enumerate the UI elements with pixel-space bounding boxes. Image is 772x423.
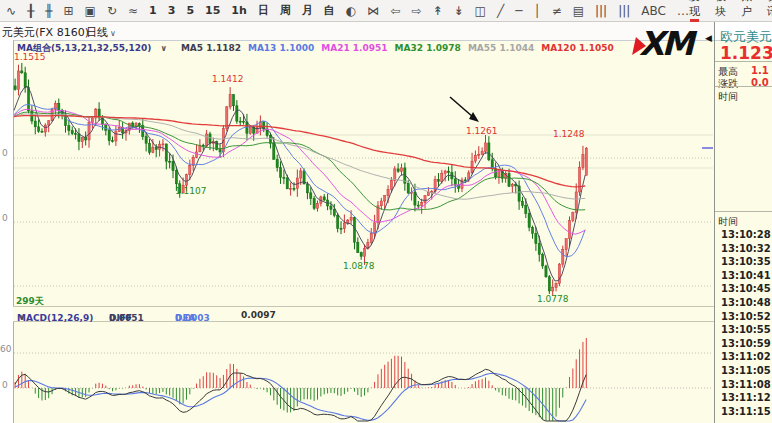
macd-value: 0.0097 (241, 310, 276, 320)
divider (715, 86, 772, 87)
timestamp-item: 13:11:05 (721, 364, 772, 378)
timestamp-item: 13:10:35 (721, 255, 772, 269)
ma-value-MA21: MA21 1.0951 (321, 43, 387, 53)
ma-value-MA120: MA120 1.1050 (541, 43, 614, 53)
timestamp-item: 13:10:45 (721, 282, 772, 296)
timestamp-item: 13:10:52 (721, 310, 772, 324)
price-label-1.0878: 1.0878 (343, 261, 375, 271)
timestamp-list: 13:10:2813:10:3213:10:3513:10:4113:10:45… (721, 228, 772, 418)
ma-value-MA5: MA5 1.1182 (181, 43, 241, 53)
price-label-1.0778: 1.0778 (537, 294, 569, 304)
price-label-1.1248: 1.1248 (553, 129, 585, 139)
timestamp-item: 13:10:59 (721, 337, 772, 351)
time-column-header: 时间 (718, 215, 738, 229)
axis-tick-label: 0 (2, 213, 8, 223)
timestamp-item: 13:10:41 (721, 269, 772, 283)
timestamp-item: 13:11:08 (721, 378, 772, 392)
chart-canvas[interactable] (0, 0, 772, 423)
timestamp-item: 13:11:02 (721, 350, 772, 364)
timestamp-item: 13:10:55 (721, 323, 772, 337)
timestamp-item: 13:11:15 (721, 405, 772, 419)
stat-value: 1.1 (751, 65, 769, 76)
chevron-down-icon: ∨ (160, 44, 167, 53)
time-field-label: 时间 (718, 90, 738, 104)
ma-indicator-bar: MA组合(5,13,21,32,55,120)∨MA5 1.1182MA13 1… (17, 42, 628, 55)
ma-value-MA55: MA55 1.1044 (468, 43, 534, 53)
divider (715, 61, 772, 62)
ma-value-MA32: MA32 1.0978 (395, 43, 461, 53)
macd-header: MACD(12,26,9)∨ DIFF 0.0051 DEA 0.0003 0.… (13, 306, 714, 322)
stat-row-涨跌: 涨跌0.0 (718, 77, 772, 91)
axis-tick-label: 0 (2, 380, 8, 390)
divider (715, 211, 772, 212)
price-label-1.1515: 1.1515 (14, 52, 46, 62)
price-label-1.1261: 1.1261 (466, 126, 498, 136)
timestamp-item: 13:10:28 (721, 228, 772, 242)
sidebar-last-price: 1.123 (720, 43, 772, 63)
ma-value-MA13: MA13 1.1000 (248, 43, 314, 53)
axis-tick-label: 0 (2, 148, 8, 158)
xm-logo: XM (634, 26, 708, 62)
timestamp-item: 13:11:12 (721, 391, 772, 405)
quote-sidebar: 欧元美元 1.123 最高1.1涨跌0.0 时间 时间 13:10:2813:1… (714, 22, 772, 423)
axis-tick-label: 60 (0, 344, 11, 354)
price-label-1.1107: 1.1107 (175, 186, 207, 196)
trading-app-window: ∿╂╫⊞▣↻≈135151h日周月自◐⋈⇦⇨↟↡◫╱─│≠▤||||||ABC…… (0, 0, 772, 423)
chevron-down-icon: ∨ (19, 313, 26, 322)
timestamp-item: 13:10:48 (721, 296, 772, 310)
timestamp-item: 13:10:32 (721, 242, 772, 256)
sidebar-collapse-arrow[interactable]: ◀ (705, 33, 712, 43)
price-label-1.1412: 1.1412 (212, 74, 244, 84)
